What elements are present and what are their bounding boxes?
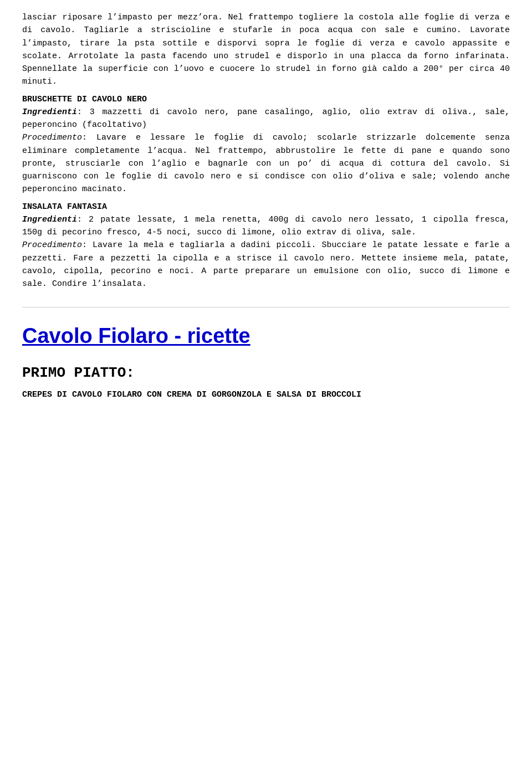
section2-title: BRUSCHETTE DI CAVOLO NERO	[22, 93, 510, 106]
ingredienti-label-2: Ingredienti	[22, 215, 77, 224]
section-divider	[22, 307, 510, 307]
ingredienti-label-1: Ingredienti	[22, 107, 77, 117]
section3-procedimento-text: : Lavare la mela e tagliarla a dadini pi…	[22, 240, 510, 289]
cavolo-fiolaro-link[interactable]: Cavolo Fiolaro - ricette	[22, 324, 510, 348]
primo-piatto-heading: PRIMO PIATTO:	[22, 365, 510, 381]
section3-ingredienti-line: Ingredienti: 2 patate lessate, 1 mela re…	[22, 213, 510, 239]
section3-title: INSALATA FANTASIA	[22, 201, 510, 213]
section2-procedimento-text: : Lavare e lessare le foglie di cavolo; …	[22, 133, 510, 194]
section2-ingredienti-line: Ingredienti: 3 mazzetti di cavolo nero, …	[22, 106, 510, 132]
section3-procedimento-line: Procedimento: Lavare la mela e tagliarla…	[22, 239, 510, 290]
section2-ingredienti-text: : 3 mazzetti di cavolo nero, pane casali…	[22, 107, 510, 130]
primo-piatto-section: PRIMO PIATTO: CREPES DI CAVOLO FIOLARO C…	[22, 365, 510, 399]
procedimento-label-2: Procedimento	[22, 240, 82, 250]
procedimento-label-1: Procedimento	[22, 133, 82, 142]
intro-section: lasciar riposare l’impasto per mezz’ora.…	[22, 11, 510, 290]
recipe-name: CREPES DI CAVOLO FIOLARO CON CREMA DI GO…	[22, 390, 510, 399]
page-container: lasciar riposare l’impasto per mezz’ora.…	[0, 0, 532, 413]
section2-procedimento-line: Procedimento: Lavare e lessare le foglie…	[22, 131, 510, 196]
section3-ingredienti-text: : 2 patate lessate, 1 mela renetta, 400g…	[22, 215, 510, 237]
intro-paragraph1: lasciar riposare l’impasto per mezz’ora.…	[22, 11, 510, 89]
